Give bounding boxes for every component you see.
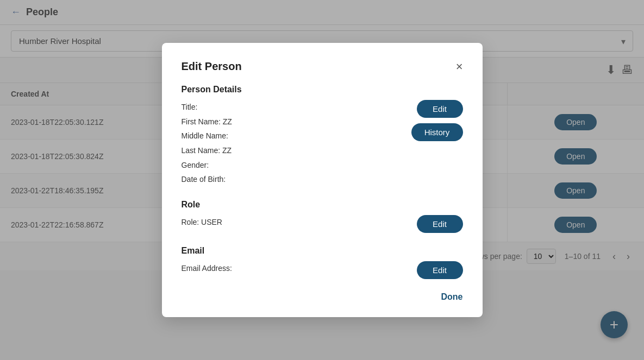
role-text: Role: USER: [182, 215, 404, 230]
role-section: Role Role: USER Edit: [182, 200, 463, 233]
person-details-section: Person Details Title: First Name: ZZ Mid…: [182, 85, 463, 187]
gender-field: Gender:: [182, 158, 398, 173]
role-section-title: Role: [182, 200, 463, 210]
modal-title: Edit Person: [182, 60, 242, 73]
email-row: Email Address: Edit: [182, 261, 463, 279]
email-edit-button[interactable]: Edit: [417, 261, 463, 279]
middle-name-field: Middle Name:: [182, 129, 398, 143]
person-history-button[interactable]: History: [411, 123, 463, 141]
email-section-title: Email: [182, 246, 463, 256]
email-buttons: Edit: [404, 261, 463, 279]
person-details-fields: Title: First Name: ZZ Middle Name: Last …: [182, 100, 398, 187]
modal-overlay: Edit Person × Person Details Title: Firs…: [0, 0, 644, 360]
email-fields: Email Address:: [182, 261, 404, 276]
email-section: Email Email Address: Edit: [182, 246, 463, 279]
modal-close-button[interactable]: ×: [456, 61, 463, 73]
person-details-row: Title: First Name: ZZ Middle Name: Last …: [182, 100, 463, 187]
person-edit-button[interactable]: Edit: [417, 100, 463, 118]
role-fields: Role: USER: [182, 215, 404, 230]
modal-header: Edit Person ×: [182, 60, 463, 73]
modal-footer: Done: [182, 292, 463, 302]
person-details-title: Person Details: [182, 85, 463, 94]
last-name-field: Last Name: ZZ: [182, 143, 398, 158]
person-fields-text: Title: First Name: ZZ Middle Name: Last …: [182, 100, 398, 187]
done-button[interactable]: Done: [441, 292, 463, 302]
title-field: Title:: [182, 100, 398, 115]
email-text: Email Address:: [182, 261, 404, 276]
dob-field: Date of Birth:: [182, 172, 398, 187]
role-edit-button[interactable]: Edit: [417, 215, 463, 233]
person-details-buttons: Edit History: [398, 100, 463, 141]
edit-person-modal: Edit Person × Person Details Title: Firs…: [162, 43, 483, 317]
role-row: Role: USER Edit: [182, 215, 463, 233]
role-buttons: Edit: [404, 215, 463, 233]
first-name-field: First Name: ZZ: [182, 115, 398, 129]
